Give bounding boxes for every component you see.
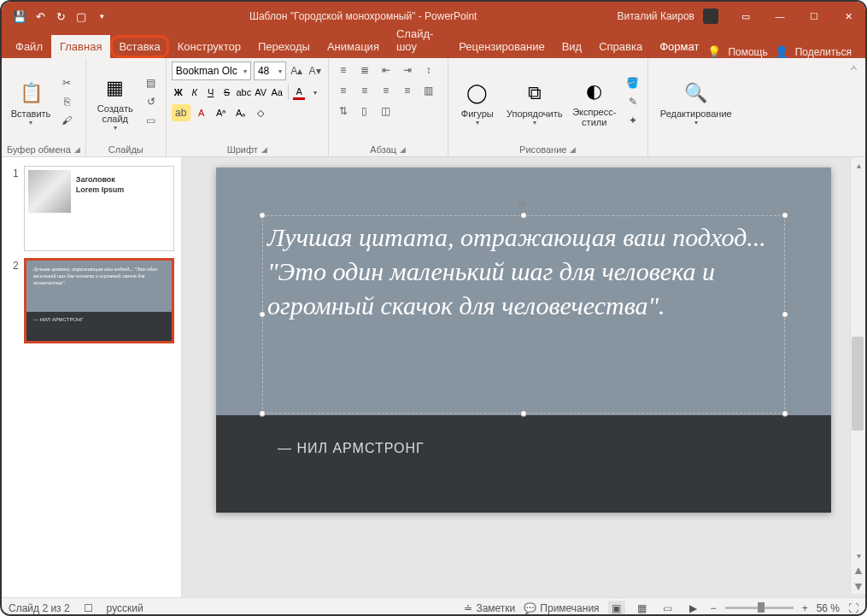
scrollbar-thumb[interactable]	[852, 337, 864, 431]
grow-font-icon[interactable]: A▴	[289, 62, 304, 79]
subscript-icon[interactable]: Aₐ	[232, 104, 249, 121]
indent-dec-icon[interactable]: ⇤	[377, 62, 395, 79]
line-spacing-icon[interactable]: ↕	[419, 62, 438, 79]
quote-text-box[interactable]: ⟳ Лучшая цитата, отражающая ваш подход..…	[267, 220, 780, 408]
quick-styles-button[interactable]: ◐ Экспресс- стили	[568, 76, 621, 127]
indent-inc-icon[interactable]: ⇥	[398, 62, 417, 79]
tab-format[interactable]: Формат	[651, 35, 707, 58]
clear-format-icon[interactable]: A	[193, 104, 210, 121]
shrink-font-icon[interactable]: A▾	[307, 62, 322, 79]
cut-icon[interactable]: ✂	[57, 74, 76, 91]
tab-home[interactable]: Главная	[51, 35, 110, 58]
tab-help[interactable]: Справка	[590, 35, 651, 58]
bullets-icon[interactable]: ≡	[334, 62, 353, 79]
shadow-button[interactable]: abc	[237, 84, 252, 101]
font-launcher-icon[interactable]: ◢	[261, 145, 267, 154]
columns-icon[interactable]: ▥	[419, 82, 438, 99]
normal-view-icon[interactable]: ▣	[608, 601, 625, 616]
align-center-icon[interactable]: ≡	[355, 82, 374, 99]
selection-handle[interactable]	[259, 212, 266, 219]
zoom-out-button[interactable]: −	[711, 602, 717, 614]
help-link[interactable]: Помощь	[728, 46, 767, 58]
slideshow-icon[interactable]: ▢	[73, 9, 89, 24]
editing-button[interactable]: 🔍 Редактирование ▾	[653, 78, 739, 126]
rotate-handle-icon[interactable]: ⟳	[518, 200, 530, 212]
new-slide-button[interactable]: ▦ Создать слайд ▾	[91, 73, 139, 132]
notes-button[interactable]: ≐Заметки	[464, 602, 515, 614]
selection-handle[interactable]	[520, 212, 527, 219]
accessibility-icon[interactable]: ☐	[84, 602, 93, 614]
section-icon[interactable]: ▭	[142, 112, 161, 129]
tab-file[interactable]: Файл	[7, 35, 51, 58]
eraser-icon[interactable]: ◇	[252, 104, 269, 121]
numbering-icon[interactable]: ≣	[355, 62, 374, 79]
bold-button[interactable]: Ж	[172, 84, 185, 101]
zoom-percent[interactable]: 56 %	[817, 602, 840, 614]
share-icon[interactable]: 👤	[775, 45, 788, 58]
smartart-icon[interactable]: ◫	[377, 103, 395, 120]
paste-button[interactable]: 📋 Вставить ▾	[7, 78, 55, 126]
format-painter-icon[interactable]: 🖌	[57, 112, 76, 129]
tab-review[interactable]: Рецензирование	[450, 35, 553, 58]
save-icon[interactable]: 💾	[12, 9, 27, 24]
tab-animations[interactable]: Анимация	[319, 35, 388, 58]
minimize-icon[interactable]: —	[763, 2, 797, 31]
layout-icon[interactable]: ▤	[142, 74, 161, 91]
user-avatar-icon[interactable]	[703, 9, 718, 24]
slide-count-label[interactable]: Слайд 2 из 2	[9, 602, 70, 614]
selection-handle[interactable]	[259, 410, 266, 417]
slide-editor[interactable]: ⟳ Лучшая цитата, отражающая ваш подход..…	[182, 157, 865, 597]
spacing-button[interactable]: AV	[254, 84, 267, 101]
tab-slideshow[interactable]: Слайд-шоу	[388, 22, 450, 58]
maximize-icon[interactable]: ☐	[797, 2, 831, 31]
case-button[interactable]: Aa	[270, 84, 284, 101]
font-name-input[interactable]: Bookman Olc▾	[172, 62, 251, 80]
shape-outline-icon[interactable]: ✎	[624, 93, 642, 110]
zoom-slider[interactable]	[725, 607, 794, 609]
align-right-icon[interactable]: ≡	[377, 82, 395, 99]
language-label[interactable]: русский	[107, 602, 144, 614]
text-direction-icon[interactable]: ⇅	[334, 103, 353, 120]
slideshow-view-icon[interactable]: ▶	[685, 601, 702, 616]
selection-handle[interactable]	[259, 311, 266, 318]
tab-insert[interactable]: Вставка	[110, 35, 168, 58]
comments-button[interactable]: 💬Примечания	[524, 602, 599, 614]
paragraph-launcher-icon[interactable]: ◢	[400, 145, 406, 154]
reset-icon[interactable]: ↺	[142, 93, 161, 110]
lightbulb-icon[interactable]: 💡	[707, 45, 721, 58]
underline-button[interactable]: Ч	[204, 84, 218, 101]
scroll-down-icon[interactable]: ▾	[851, 548, 866, 563]
zoom-slider-knob[interactable]	[758, 602, 764, 613]
arrange-button[interactable]: ⧉ Упорядочить ▾	[504, 78, 565, 126]
selection-handle[interactable]	[782, 212, 788, 219]
copy-icon[interactable]: ⎘	[57, 93, 76, 110]
selection-handle[interactable]	[520, 410, 527, 417]
share-link[interactable]: Поделиться	[795, 46, 852, 58]
drawing-launcher-icon[interactable]: ◢	[570, 145, 576, 154]
align-left-icon[interactable]: ≡	[334, 82, 353, 99]
next-slide-icon[interactable]: ⯆	[851, 578, 866, 594]
sorter-view-icon[interactable]: ▦	[634, 601, 651, 616]
slide-canvas[interactable]: ⟳ Лучшая цитата, отражающая ваш подход..…	[216, 167, 831, 513]
highlight-icon[interactable]: ab	[172, 104, 190, 121]
prev-slide-icon[interactable]: ⯅	[851, 563, 866, 578]
justify-icon[interactable]: ≡	[398, 82, 417, 99]
tab-view[interactable]: Вид	[554, 35, 591, 58]
vertical-scrollbar[interactable]: ▴ ▾ ⯅ ⯆	[850, 157, 865, 594]
superscript-icon[interactable]: Aᵃ	[213, 104, 230, 121]
align-text-icon[interactable]: ▯	[355, 103, 374, 120]
close-icon[interactable]: ✕	[831, 2, 865, 31]
shape-fill-icon[interactable]: 🪣	[624, 74, 642, 91]
author-text[interactable]: — НИЛ АРМСТРОНГ	[278, 441, 425, 456]
collapse-ribbon-icon[interactable]: ㅅ	[849, 58, 865, 156]
shape-effects-icon[interactable]: ✦	[624, 112, 642, 129]
ribbon-display-icon[interactable]: ▭	[729, 2, 763, 31]
thumbnail-slide-1[interactable]: Заголовок Lorem Ipsum	[24, 166, 174, 251]
shapes-button[interactable]: ◯ Фигуры ▾	[454, 78, 501, 126]
font-color-dd-icon[interactable]: ▾	[308, 84, 323, 101]
reading-view-icon[interactable]: ▭	[659, 601, 677, 616]
selection-handle[interactable]	[782, 311, 788, 318]
clipboard-launcher-icon[interactable]: ◢	[74, 145, 80, 154]
undo-icon[interactable]: ↶	[32, 9, 48, 24]
italic-button[interactable]: К	[188, 84, 202, 101]
